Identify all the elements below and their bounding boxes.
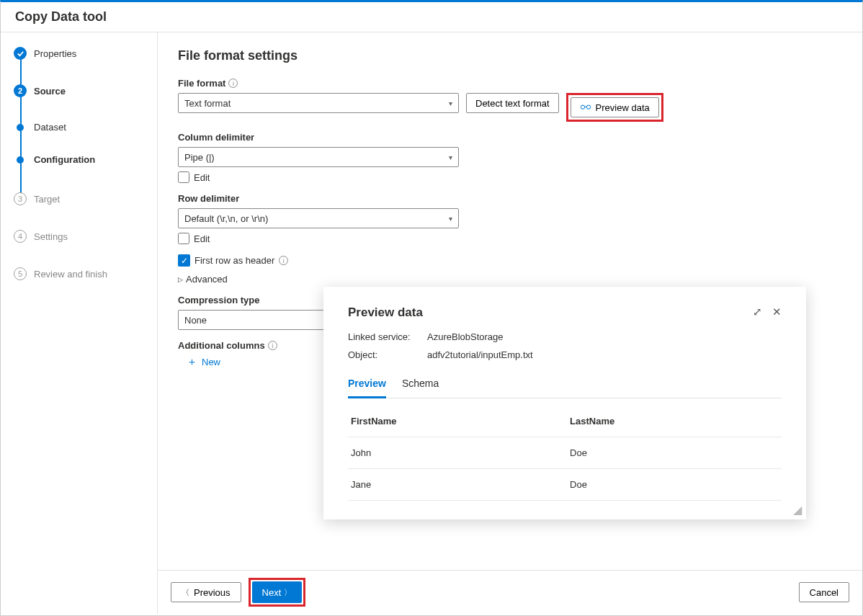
info-icon[interactable]: i [279, 256, 288, 265]
first-row-header-checkbox[interactable]: ✓ [178, 254, 190, 267]
table-row: John Doe [348, 437, 782, 469]
cancel-button[interactable]: Cancel [799, 582, 849, 602]
svg-point-0 [581, 105, 584, 109]
select-value: Text format [184, 98, 231, 109]
chevron-right-icon: 〉 [284, 587, 292, 598]
info-icon[interactable]: i [228, 79, 238, 88]
resize-grip-icon[interactable]: ◢ [793, 503, 802, 517]
svg-point-1 [586, 105, 590, 109]
file-format-label: File format i [178, 78, 842, 89]
step-number-icon: 2 [14, 84, 27, 97]
file-format-select[interactable]: Text format ▾ [178, 93, 459, 113]
select-value: Default (\r,\n, or \r\n) [184, 213, 268, 224]
select-value: None [184, 315, 207, 326]
previous-button[interactable]: 〈 Previous [171, 582, 241, 602]
object-label: Object: [348, 349, 427, 360]
step-target[interactable]: 3 Target [14, 192, 157, 205]
row-delimiter-select[interactable]: Default (\r,\n, or \r\n) ▾ [178, 208, 459, 228]
step-label: Review and finish [34, 269, 107, 280]
check-icon [14, 47, 27, 60]
step-settings[interactable]: 4 Settings [14, 230, 157, 243]
step-number-icon: 4 [14, 230, 27, 243]
step-label: Settings [34, 231, 68, 242]
step-source[interactable]: 2 Source [14, 84, 157, 97]
edit-row-delimiter-checkbox[interactable] [178, 233, 189, 244]
substep-dataset[interactable]: Dataset [14, 122, 157, 133]
step-label: Properties [34, 48, 76, 59]
dot-icon [17, 124, 24, 131]
chevron-left-icon: 〈 [182, 587, 189, 598]
select-value: Pipe (|) [184, 152, 215, 163]
step-number-icon: 5 [14, 267, 27, 280]
edit-column-delimiter-checkbox[interactable] [178, 171, 189, 183]
column-delimiter-select[interactable]: Pipe (|) ▾ [178, 147, 459, 167]
step-label: Source [34, 86, 66, 97]
table-row: Jane Doe [348, 469, 782, 501]
chevron-down-icon: ▾ [449, 99, 452, 107]
table-cell: John [348, 437, 567, 469]
table-cell: Jane [348, 469, 567, 501]
tab-preview[interactable]: Preview [348, 372, 386, 398]
column-header: FirstName [348, 406, 567, 437]
column-header: LastName [567, 406, 782, 437]
step-label: Dataset [34, 122, 66, 133]
checkbox-label: Edit [194, 172, 210, 183]
step-number-icon: 3 [14, 192, 27, 205]
highlight-preview-data: Preview data [566, 93, 663, 122]
panel-title: Preview data [348, 305, 782, 320]
dot-icon [17, 156, 24, 164]
preview-data-button[interactable]: Preview data [571, 97, 659, 117]
chevron-down-icon: ▾ [449, 215, 452, 223]
highlight-next: Next 〉 [249, 578, 306, 607]
triangle-right-icon: ▷ [178, 276, 183, 283]
linked-service-label: Linked service: [348, 331, 427, 342]
linked-service-value: AzureBlobStorage [427, 331, 504, 342]
substep-configuration[interactable]: Configuration [14, 154, 157, 165]
info-icon[interactable]: i [268, 341, 277, 350]
step-label: Configuration [34, 154, 95, 165]
step-label: Target [34, 194, 60, 205]
object-value: adfv2tutorial/inputEmp.txt [427, 349, 533, 360]
checkbox-label: First row as header [194, 255, 274, 266]
preview-data-panel: ⤢ ✕ Preview data Linked service: AzureBl… [323, 287, 806, 519]
tab-schema[interactable]: Schema [402, 372, 439, 398]
next-button[interactable]: Next 〉 [252, 581, 303, 603]
table-cell: Doe [567, 437, 782, 469]
close-icon[interactable]: ✕ [772, 305, 782, 318]
checkbox-label: Edit [194, 233, 210, 244]
page-title: Copy Data tool [1, 2, 862, 32]
column-delimiter-label: Column delimiter [178, 132, 842, 143]
step-review[interactable]: 5 Review and finish [14, 267, 157, 280]
chevron-down-icon: ▾ [449, 153, 452, 161]
advanced-toggle[interactable]: ▷ Advanced [178, 274, 842, 285]
section-heading: File format settings [178, 48, 842, 63]
row-delimiter-label: Row delimiter [178, 193, 842, 204]
detect-text-format-button[interactable]: Detect text format [466, 93, 559, 113]
preview-icon [580, 102, 591, 113]
plus-icon: ＋ [187, 355, 197, 369]
wizard-footer: 〈 Previous Next 〉 Cancel [158, 570, 862, 614]
wizard-steps-sidebar: Properties 2 Source Dataset Configuratio… [1, 32, 158, 614]
expand-icon[interactable]: ⤢ [753, 305, 762, 318]
step-properties[interactable]: Properties [14, 47, 157, 60]
preview-table: FirstName LastName John Doe Jane Doe [348, 406, 782, 501]
table-cell: Doe [567, 469, 782, 501]
